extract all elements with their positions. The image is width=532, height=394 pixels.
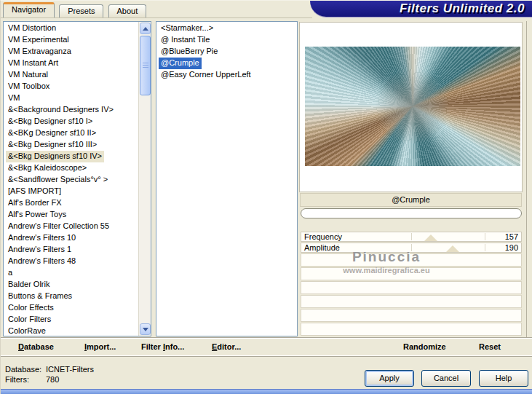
category-item-label: Alf's Border FX <box>6 197 64 209</box>
param-label: Frequency <box>304 232 342 241</box>
help-button[interactable]: Help <box>479 370 528 387</box>
category-item-label: &<Sandflower Specials°v° > <box>6 174 110 186</box>
category-item-label: Buttons & Frames <box>6 291 74 302</box>
category-item[interactable]: Buttons & Frames <box>4 290 151 302</box>
param-row-frequency: Frequency157 <box>301 232 522 242</box>
filters-label: Filters: <box>5 375 29 384</box>
category-item[interactable]: VM Toolbox <box>4 80 151 92</box>
category-item[interactable]: Color Filters <box>4 313 151 325</box>
category-item[interactable]: &<Bkg Designer sf10 I> <box>4 115 151 127</box>
cancel-button[interactable]: Cancel <box>421 370 471 387</box>
panel-edge <box>526 21 527 337</box>
filter-info-label: Filter <box>141 342 163 351</box>
category-item[interactable]: Alf's Power Toys <box>4 208 151 220</box>
category-item[interactable]: Andrew's Filters 48 <box>4 255 151 267</box>
category-item[interactable]: Andrew's Filters 1 <box>4 243 151 255</box>
category-item[interactable]: Andrew's Filters 10 <box>4 232 151 243</box>
category-item-label: VM <box>6 92 23 104</box>
filter-item[interactable]: @BlueBerry Pie <box>156 45 297 57</box>
category-item[interactable]: VM Instant Art <box>4 57 151 68</box>
scrollbar-up-button[interactable] <box>140 23 151 34</box>
category-item[interactable]: VM Experimental <box>4 34 151 45</box>
category-item[interactable]: ColorRave <box>4 325 151 336</box>
filter-item[interactable]: <Starmaker...> <box>156 22 297 34</box>
filter-item-label: @Crumple <box>159 58 202 69</box>
slider-thumb[interactable] <box>446 245 459 252</box>
category-item-label: Andrew's Filters 1 <box>6 244 74 256</box>
slider-tick <box>411 244 412 251</box>
filter-item-label: <Starmaker...> <box>159 23 215 34</box>
import-button[interactable]: Import... <box>84 342 116 351</box>
filter-info-button[interactable]: Filter Info... <box>141 342 184 351</box>
tab-navigator[interactable]: Navigator <box>3 2 55 17</box>
category-item[interactable]: Andrew's Filter Collection 55 <box>4 220 151 232</box>
editor-label: ditor... <box>217 342 241 351</box>
category-item-label: Color Effects <box>6 302 56 314</box>
filter-item[interactable]: @ Instant Tile <box>156 34 297 45</box>
category-item[interactable]: &<Sandflower Specials°v° > <box>4 173 151 185</box>
category-item[interactable]: a <box>4 267 151 278</box>
preview-panel: @Crumple Frequency157Amplitude190 Pinucc… <box>299 21 531 337</box>
param-row-empty <box>301 295 522 308</box>
tab-about[interactable]: About <box>108 4 147 17</box>
database-label: D <box>18 342 24 351</box>
filter-item[interactable]: @Crumple <box>156 57 297 68</box>
category-item[interactable]: VM Extravaganza <box>4 45 151 57</box>
category-item-label: &<Background Designers IV> <box>6 104 116 116</box>
filter-item[interactable]: @Easy Corner UpperLeft <box>156 68 297 80</box>
parameter-rows: Frequency157Amplitude190 <box>301 232 522 336</box>
scrollbar-down-button[interactable] <box>140 323 151 335</box>
filters-value: 780 <box>46 375 59 384</box>
category-item-label: VM Toolbox <box>6 81 52 92</box>
category-item[interactable]: &<BKg Designer sf10 II> <box>4 127 151 138</box>
database-button[interactable]: Database <box>18 342 54 351</box>
category-item-label: VM Extravaganza <box>6 46 74 58</box>
filter-items: <Starmaker...>@ Instant Tile@BlueBerry P… <box>156 22 297 80</box>
title-banner: Filters Unlimited 2.0 <box>310 1 532 17</box>
category-item[interactable]: &<Bkg Kaleidoscope> <box>4 162 151 173</box>
scrollbar-thumb[interactable] <box>140 36 151 95</box>
category-item-label: Andrew's Filters 48 <box>6 256 78 267</box>
editor-button[interactable]: Editor... <box>212 342 241 351</box>
scrollbar-grip-icon <box>143 63 148 68</box>
category-item-label: Balder Olrik <box>6 279 52 291</box>
apply-button[interactable]: Apply <box>365 370 414 387</box>
tab-presets[interactable]: Presets <box>59 4 103 17</box>
filter-item-label: @ Instant Tile <box>159 34 212 46</box>
filter-item-label: @Easy Corner UpperLeft <box>159 69 253 81</box>
progress-bar <box>301 208 522 218</box>
randomize-button[interactable]: Randomize <box>403 342 446 351</box>
category-item-label: a <box>6 267 15 279</box>
category-item[interactable]: &<Bkg Designer sf10 III> <box>4 138 151 150</box>
param-row-amplitude: Amplitude190 <box>301 243 522 253</box>
param-value: 157 <box>505 232 518 241</box>
category-item-label: &<Bkg Kaleidoscope> <box>6 162 89 174</box>
category-item-label: VM Distortion <box>6 23 58 34</box>
category-item-label: ColorRave <box>6 326 48 336</box>
selected-filter-label: @Crumple <box>300 193 522 207</box>
category-item-label: &<Bkg Designer sf10 III> <box>6 139 99 151</box>
reset-button[interactable]: Reset <box>479 342 501 351</box>
category-item[interactable]: Balder Olrik <box>4 278 151 290</box>
category-item[interactable]: VM Natural <box>4 68 151 80</box>
category-list: VM DistortionVM ExperimentalVM Extravaga… <box>3 21 151 336</box>
slider-tick <box>485 233 485 240</box>
category-item[interactable]: VM <box>4 92 151 103</box>
param-row-empty <box>301 309 522 322</box>
category-item[interactable]: VM Distortion <box>4 22 151 34</box>
category-item-label: Alf's Power Toys <box>6 209 68 221</box>
param-value: 190 <box>505 243 518 252</box>
category-item[interactable]: Alf's Border FX <box>4 197 151 208</box>
slider-thumb[interactable] <box>424 235 437 241</box>
statusbar: Database: ICNET-Filters Filters: 780 App… <box>1 357 532 389</box>
category-item[interactable]: [AFS IMPORT] <box>4 185 151 197</box>
database-label: atabase <box>24 342 54 351</box>
category-scrollbar[interactable] <box>138 22 151 336</box>
category-item[interactable]: &<Background Designers IV> <box>4 103 151 115</box>
category-item-label: VM Experimental <box>6 34 71 46</box>
category-item[interactable]: Color Effects <box>4 302 151 313</box>
window-bottom-border <box>1 389 532 394</box>
category-item[interactable]: &<Bkg Designers sf10 IV> <box>4 150 151 162</box>
filter-info-label: nfo... <box>165 342 184 351</box>
app-title: Filters Unlimited 2.0 <box>310 1 532 16</box>
